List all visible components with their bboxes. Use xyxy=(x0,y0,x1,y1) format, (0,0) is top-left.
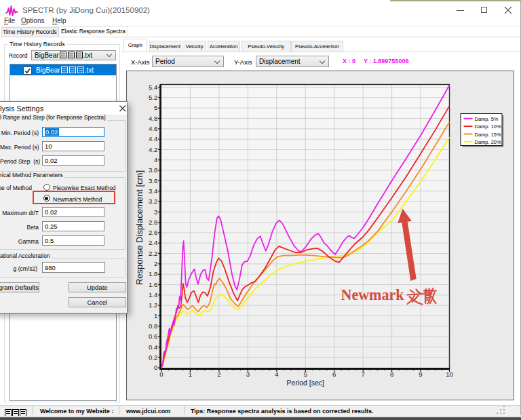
svg-text:4: 4 xyxy=(275,370,279,378)
svg-text:5: 5 xyxy=(303,370,307,378)
svg-text:2: 2 xyxy=(153,260,157,267)
svg-text:5.4: 5.4 xyxy=(148,83,157,90)
svg-text:2.8: 2.8 xyxy=(148,218,157,225)
svg-text:2.4: 2.4 xyxy=(148,239,157,246)
svg-text:1.2: 1.2 xyxy=(148,301,157,309)
svg-text:0.2: 0.2 xyxy=(148,353,157,360)
svg-text:0.6: 0.6 xyxy=(148,332,157,340)
svg-text:3: 3 xyxy=(153,208,157,215)
svg-text:0: 0 xyxy=(153,364,157,371)
svg-text:1: 1 xyxy=(153,311,157,319)
svg-text:2.2: 2.2 xyxy=(148,249,157,256)
svg-text:Newmark: Newmark xyxy=(341,285,404,303)
svg-text:8: 8 xyxy=(389,370,393,378)
svg-text:4.6: 4.6 xyxy=(148,125,157,132)
svg-text:10: 10 xyxy=(446,370,453,378)
svg-text:3.6: 3.6 xyxy=(148,176,157,184)
svg-text:2: 2 xyxy=(217,370,220,378)
svg-text:1.8: 1.8 xyxy=(148,270,157,278)
svg-text:4.8: 4.8 xyxy=(148,114,157,121)
svg-text:0: 0 xyxy=(159,370,163,378)
svg-text:1.4: 1.4 xyxy=(148,291,157,299)
svg-text:Damp. 10%: Damp. 10% xyxy=(474,123,501,130)
svg-text:Damp. 20%: Damp. 20% xyxy=(474,138,501,145)
svg-text:4.4: 4.4 xyxy=(148,135,157,142)
svg-text:0.4: 0.4 xyxy=(148,343,157,350)
svg-text:3.2: 3.2 xyxy=(148,197,157,205)
svg-text:3: 3 xyxy=(246,370,249,378)
svg-text:7: 7 xyxy=(361,370,364,378)
svg-text:0.8: 0.8 xyxy=(148,322,157,329)
svg-text:4.2: 4.2 xyxy=(148,145,157,153)
svg-text:2.6: 2.6 xyxy=(148,229,157,236)
svg-text:6: 6 xyxy=(332,370,336,378)
svg-text:5.2: 5.2 xyxy=(148,94,157,101)
svg-text:Response Displacement [cm]: Response Displacement [cm] xyxy=(134,170,144,284)
svg-text:Damp. 5%: Damp. 5% xyxy=(474,115,498,121)
svg-text:4: 4 xyxy=(153,155,157,163)
svg-text:9: 9 xyxy=(419,370,422,378)
svg-text:3.8: 3.8 xyxy=(148,166,157,174)
svg-text:3.4: 3.4 xyxy=(148,187,157,194)
svg-text:Damp. 15%: Damp. 15% xyxy=(474,131,501,137)
svg-text:1: 1 xyxy=(188,370,191,378)
svg-text:5: 5 xyxy=(153,104,157,111)
svg-text:Period [sec]: Period [sec] xyxy=(286,378,324,386)
svg-text:1.6: 1.6 xyxy=(148,280,157,288)
